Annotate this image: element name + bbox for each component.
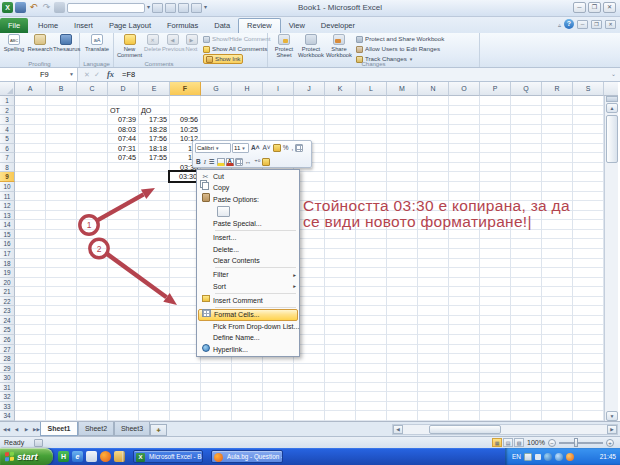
row-header-23[interactable]: 23 [0,306,15,316]
horizontal-scrollbar[interactable]: ◀ ▶ [392,424,618,435]
scroll-down-icon[interactable]: ▼ [606,411,618,421]
workbook-close-icon[interactable]: ✕ [605,20,616,29]
row-header-34[interactable]: 34 [0,411,15,421]
column-header-Q[interactable]: Q [511,82,542,96]
merge-center-button[interactable]: ↔ [244,157,253,167]
tab-data[interactable]: Data [206,18,238,33]
undo-icon[interactable]: ↶ [28,2,39,13]
tray-icon[interactable] [544,453,552,461]
next-comment-button[interactable]: ▶ Next [183,34,200,52]
menu-item-delete[interactable]: Delete... [198,243,298,254]
qat-command-icon[interactable] [152,3,163,13]
scroll-up-icon[interactable]: ▲ [606,103,618,113]
workbook-restore-icon[interactable]: ❐ [591,20,602,29]
enter-icon[interactable]: ✓ [94,68,100,81]
font-color-icon[interactable]: A [226,158,234,166]
next-sheet-icon[interactable]: ▶ [22,424,31,435]
borders-icon[interactable] [235,158,243,166]
menu-item-insert-comment[interactable]: Insert Comment [198,295,298,306]
menu-item-sort[interactable]: Sort▸ [198,280,298,291]
column-header-M[interactable]: M [387,82,418,96]
chevron-down-icon[interactable]: ▼ [69,68,74,81]
cell-F4[interactable]: 10:25 [170,125,200,135]
taskbar-button-excel[interactable]: X Microsoft Excel - Book1 [133,450,203,463]
previous-comment-button[interactable]: ◀ Previous [162,34,183,52]
page-break-view-button[interactable]: ▨ [514,438,524,447]
spelling-button[interactable]: ABC Spelling [1,34,27,52]
redo-icon[interactable]: ↷ [41,2,52,13]
show-all-comments-button[interactable]: Show All Comments [203,44,267,54]
save-icon[interactable] [15,2,26,13]
tab-formulas[interactable]: Formulas [159,18,206,33]
tab-file[interactable]: File [0,18,28,33]
shrink-font-button[interactable]: A˅ [262,143,272,153]
menu-item-clear-contents[interactable]: Clear Contents [198,255,298,266]
cell-E7[interactable]: 17:55 [139,153,169,163]
new-comment-button[interactable]: New Comment [116,34,143,58]
minimize-ribbon-icon[interactable]: ▵ [558,21,561,28]
row-header-6[interactable]: 6 [0,144,15,154]
row-header-2[interactable]: 2 [0,106,15,116]
protect-sheet-button[interactable]: Protect Sheet [271,34,297,58]
macro-record-icon[interactable] [34,439,43,447]
start-button[interactable]: start [0,448,53,465]
column-header-B[interactable]: B [46,82,77,96]
protect-and-share-button[interactable]: Protect and Share Workbook [356,34,444,44]
column-header-O[interactable]: O [449,82,480,96]
row-header-21[interactable]: 21 [0,287,15,297]
tab-insert[interactable]: Insert [66,18,101,33]
minimize-button[interactable]: ─ [573,2,586,13]
format-table-icon[interactable] [295,144,303,152]
qat-box[interactable] [67,3,145,13]
menu-item-paste-special[interactable]: Paste Special... [198,218,298,229]
row-header-18[interactable]: 18 [0,259,15,269]
font-name-combo[interactable]: Calibri ▼ [195,143,231,153]
row-header-11[interactable]: 11 [0,192,15,202]
column-header-S[interactable]: S [573,82,604,96]
cell-D2[interactable]: ОТ [108,106,138,116]
close-button[interactable]: ✕ [603,2,616,13]
column-header-R[interactable]: R [542,82,573,96]
menu-item-insert[interactable]: Insert... [198,232,298,243]
previous-sheet-icon[interactable]: ◀ [12,424,21,435]
menu-item-pick-from-drop-down-list[interactable]: Pick From Drop-down List... [198,321,298,332]
tab-review[interactable]: Review [238,18,281,33]
font-size-combo[interactable]: 11 ▼ [232,143,249,153]
column-header-N[interactable]: N [418,82,449,96]
row-header-9[interactable]: 9 [0,172,15,182]
row-header-22[interactable]: 22 [0,297,15,307]
cell-D3[interactable]: 07:39 [108,115,138,125]
sheet-tab-sheet3[interactable]: Sheet3 [114,422,150,436]
zoom-out-icon[interactable]: − [548,439,556,447]
scroll-right-icon[interactable]: ▶ [607,425,617,434]
cell-E4[interactable]: 18:28 [139,125,169,135]
firefox-icon[interactable] [100,451,111,462]
translate-button[interactable]: aA Translate [84,34,110,52]
column-header-I[interactable]: I [263,82,294,96]
row-header-24[interactable]: 24 [0,316,15,326]
column-header-E[interactable]: E [139,82,170,96]
row-header-5[interactable]: 5 [0,134,15,144]
cell-F3[interactable]: 09:56 [170,115,200,125]
fill-color-icon[interactable] [217,158,225,166]
row-header-27[interactable]: 27 [0,345,15,355]
row-header-13[interactable]: 13 [0,211,15,221]
name-box[interactable]: F9 ▼ [0,68,78,81]
format-painter-icon[interactable] [273,144,281,152]
delete-comment-button[interactable]: ✕ Delete [143,34,162,52]
row-header-31[interactable]: 31 [0,383,15,393]
row-header-20[interactable]: 20 [0,278,15,288]
cell-D6[interactable]: 07:31 [108,144,138,154]
column-header-D[interactable]: D [108,82,139,96]
show-ink-button[interactable]: Show Ink [203,54,243,64]
row-header-33[interactable]: 33 [0,402,15,412]
percent-style-button[interactable]: % [282,143,290,153]
tray-icon[interactable] [555,453,563,461]
scroll-left-icon[interactable]: ◀ [393,425,403,434]
italic-button[interactable]: I [203,157,207,167]
column-header-J[interactable]: J [294,82,325,96]
column-header-G[interactable]: G [201,82,232,96]
zoom-thumb[interactable] [574,438,578,447]
tab-page-layout[interactable]: Page Layout [101,18,159,33]
grow-font-button[interactable]: A˄ [250,143,261,153]
